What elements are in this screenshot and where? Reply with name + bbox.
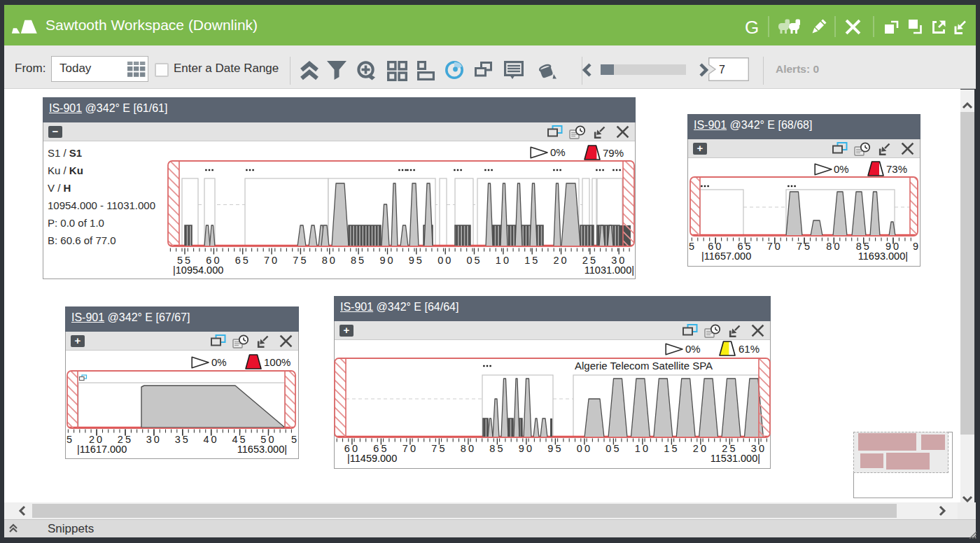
svg-text:75: 75 [293, 255, 308, 266]
svg-text:95: 95 [547, 443, 563, 454]
svg-text:90: 90 [519, 443, 534, 454]
svg-text:20: 20 [693, 443, 708, 454]
svg-text:|11657.000: |11657.000 [701, 251, 751, 262]
svg-text:10: 10 [496, 255, 511, 266]
svg-text:80: 80 [322, 255, 337, 266]
svg-text:70: 70 [767, 241, 783, 252]
svg-text:15: 15 [524, 255, 540, 266]
svg-text:5: 5 [66, 434, 72, 445]
svg-text:10: 10 [635, 443, 650, 454]
svg-text:35: 35 [175, 434, 190, 445]
svg-text:95: 95 [409, 255, 424, 266]
svg-text:80: 80 [826, 241, 841, 252]
svg-text:40: 40 [204, 434, 219, 445]
svg-text:90: 90 [379, 255, 395, 266]
svg-text:80: 80 [461, 443, 476, 454]
svg-text:|11459.000: |11459.000 [347, 453, 397, 464]
svg-text:20: 20 [554, 255, 569, 266]
svg-text:05: 05 [466, 255, 482, 266]
svg-text:Algerie Telecom Satellite SPA: Algerie Telecom Satellite SPA [575, 360, 713, 372]
svg-text:75: 75 [431, 443, 447, 454]
svg-text:70: 70 [402, 443, 418, 454]
svg-text:G: G [745, 17, 759, 38]
svg-text:11531.000|: 11531.000| [710, 453, 760, 464]
svg-text:7: 7 [719, 64, 725, 76]
svg-text:|11617.000: |11617.000 [77, 444, 127, 455]
svg-text:|10954.000: |10954.000 [173, 265, 223, 276]
svg-text:85: 85 [489, 443, 505, 454]
svg-text:05: 05 [606, 443, 621, 454]
svg-text:85: 85 [351, 255, 366, 266]
svg-text:70: 70 [264, 255, 279, 266]
svg-text:11031.000|: 11031.000| [584, 265, 634, 276]
svg-text:5: 5 [291, 434, 297, 445]
svg-text:9: 9 [913, 241, 918, 252]
svg-text:11653.000|: 11653.000| [237, 444, 287, 455]
svg-text:65: 65 [235, 255, 251, 266]
svg-text:5: 5 [689, 241, 694, 252]
svg-text:00: 00 [438, 255, 453, 266]
svg-text:00: 00 [577, 443, 592, 454]
svg-text:75: 75 [797, 241, 812, 252]
svg-text:15: 15 [664, 443, 679, 454]
svg-text:30: 30 [146, 434, 162, 445]
svg-text:11693.000|: 11693.000| [858, 251, 908, 262]
